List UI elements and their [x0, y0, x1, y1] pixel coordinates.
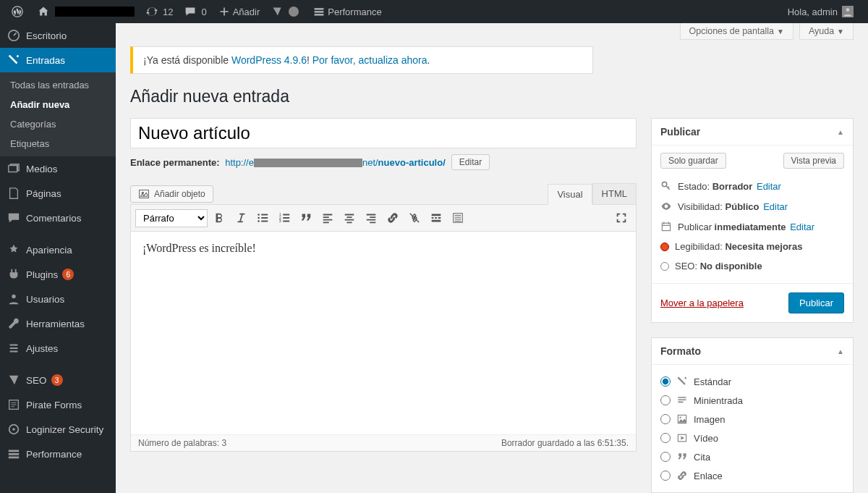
- format-radio[interactable]: [660, 395, 671, 405]
- add-new-link[interactable]: Añadir: [213, 0, 266, 23]
- svg-text:3: 3: [279, 219, 281, 223]
- word-count: Número de palabras: 3: [138, 438, 226, 448]
- seo-row: SEO: No disponible: [660, 256, 844, 276]
- menu-pirate-forms[interactable]: Pirate Forms: [0, 392, 116, 417]
- readmore-icon[interactable]: [426, 208, 446, 228]
- save-draft-button[interactable]: Solo guardar: [660, 153, 726, 169]
- menu-settings[interactable]: Ajustes: [0, 336, 116, 361]
- preview-button[interactable]: Vista previa: [783, 153, 844, 169]
- svg-point-2: [846, 8, 850, 12]
- post-title-input[interactable]: [130, 118, 637, 148]
- svg-point-19: [662, 182, 666, 186]
- quote-icon[interactable]: [296, 208, 316, 228]
- menu-media[interactable]: Medios: [0, 156, 116, 181]
- menu-seo[interactable]: SEO3: [0, 368, 116, 392]
- fullscreen-icon[interactable]: [611, 208, 631, 228]
- svg-point-6: [11, 347, 13, 350]
- format-option-imagen[interactable]: Imagen: [660, 410, 844, 429]
- format-radio[interactable]: [660, 452, 671, 462]
- format-option-vídeo[interactable]: Vídeo: [660, 429, 844, 447]
- submenu-add-new[interactable]: Añadir nueva: [0, 95, 116, 114]
- format-option-cita[interactable]: Cita: [660, 447, 844, 466]
- svg-point-12: [258, 214, 260, 216]
- menu-tools[interactable]: Herramientas: [0, 311, 116, 336]
- format-radio[interactable]: [660, 414, 671, 424]
- update-notice: ¡Ya está disponible WordPress 4.9.6! Por…: [130, 46, 593, 74]
- format-box-header[interactable]: Formato▲: [652, 338, 853, 365]
- format-select[interactable]: Párrafo: [135, 209, 208, 227]
- editor: Párrafo 123: [130, 204, 637, 452]
- publish-box: Publicar▲ Solo guardar Vista previa Esta…: [651, 118, 854, 323]
- user-greeting[interactable]: Hola, admin: [782, 0, 862, 23]
- chevron-up-icon: ▲: [837, 347, 844, 355]
- submenu-tags[interactable]: Etiquetas: [0, 134, 116, 153]
- home-icon[interactable]: [32, 0, 140, 23]
- number-list-icon[interactable]: 123: [274, 208, 294, 228]
- updates-link[interactable]: 12: [140, 0, 179, 23]
- format-radio[interactable]: [660, 433, 671, 443]
- tab-visual[interactable]: Visual: [548, 184, 592, 205]
- main-content: Opciones de pantalla▼ Ayuda▼ ¡Ya está di…: [116, 23, 868, 493]
- chevron-up-icon: ▲: [837, 128, 844, 136]
- align-center-icon[interactable]: [339, 208, 359, 228]
- menu-users[interactable]: Usuarios: [0, 287, 116, 311]
- format-option-estándar[interactable]: Estándar: [660, 372, 844, 391]
- editor-content[interactable]: ¡WordPress es increíble!: [131, 232, 636, 434]
- menu-performance[interactable]: Performance: [0, 442, 116, 466]
- italic-icon[interactable]: [231, 208, 251, 228]
- schedule-row: Publicar inmediatamente Editar: [660, 216, 844, 237]
- svg-point-4: [12, 295, 15, 298]
- yoast-status-dot: [289, 7, 299, 17]
- format-option-enlace[interactable]: Enlace: [660, 466, 844, 485]
- key-icon: [660, 180, 672, 192]
- wp-version-link[interactable]: WordPress 4.9.6: [231, 54, 307, 66]
- menu-appearance[interactable]: Apariencia: [0, 237, 116, 262]
- publish-box-header[interactable]: Publicar▲: [652, 119, 853, 146]
- unlink-icon[interactable]: [404, 208, 425, 228]
- svg-rect-20: [662, 223, 670, 230]
- permalink-edit-button[interactable]: Editar: [451, 154, 490, 170]
- permalink-link[interactable]: http://enet/nuevo-articulo/: [225, 157, 446, 168]
- editor-toolbar: Párrafo 123: [131, 205, 636, 232]
- readability-row: Legibilidad: Necesita mejoras: [660, 237, 844, 256]
- svg-point-11: [142, 191, 144, 193]
- menu-comments[interactable]: Comentarios: [0, 206, 116, 230]
- seo-badge: 3: [51, 374, 63, 386]
- svg-point-10: [12, 428, 15, 431]
- wp-logo[interactable]: [6, 0, 32, 23]
- yoast-link[interactable]: [265, 0, 307, 23]
- format-radio[interactable]: [660, 376, 671, 387]
- align-left-icon[interactable]: [318, 208, 338, 228]
- submenu-categories[interactable]: Categorías: [0, 114, 116, 134]
- format-icon: [676, 413, 688, 425]
- move-to-trash-link[interactable]: Mover a la papelera: [660, 298, 744, 308]
- svg-point-13: [258, 217, 260, 219]
- menu-plugins[interactable]: Plugins6: [0, 262, 116, 287]
- bullet-list-icon[interactable]: [252, 208, 273, 228]
- update-now-link[interactable]: Por favor, actualiza ahora: [312, 54, 427, 66]
- menu-loginizer[interactable]: Loginizer Security: [0, 417, 116, 442]
- format-radio[interactable]: [660, 471, 671, 481]
- menu-posts[interactable]: Entradas: [0, 48, 116, 72]
- toolbar-toggle-icon[interactable]: [448, 208, 468, 228]
- menu-dashboard[interactable]: Escritorio: [0, 23, 116, 48]
- tab-html[interactable]: HTML: [592, 183, 637, 204]
- menu-pages[interactable]: Páginas: [0, 181, 116, 206]
- publish-button[interactable]: Publicar: [788, 292, 844, 313]
- performance-link[interactable]: Performance: [307, 0, 387, 23]
- screen-options-button[interactable]: Opciones de pantalla▼: [680, 23, 793, 40]
- edit-visibility-link[interactable]: Editar: [763, 201, 788, 212]
- help-button[interactable]: Ayuda▼: [799, 23, 854, 40]
- edit-schedule-link[interactable]: Editar: [790, 222, 814, 232]
- submenu-all-posts[interactable]: Todas las entradas: [0, 75, 116, 95]
- format-option-minientrada[interactable]: Minientrada: [660, 391, 844, 410]
- format-icon: [676, 470, 688, 481]
- edit-status-link[interactable]: Editar: [757, 181, 781, 192]
- plugins-badge: 6: [62, 269, 74, 280]
- link-icon[interactable]: [383, 208, 403, 228]
- bold-icon[interactable]: [209, 208, 229, 228]
- align-right-icon[interactable]: [361, 208, 381, 228]
- add-media-button[interactable]: Añadir objeto: [130, 185, 213, 203]
- eye-icon: [660, 201, 672, 212]
- comments-link[interactable]: 0: [179, 0, 212, 23]
